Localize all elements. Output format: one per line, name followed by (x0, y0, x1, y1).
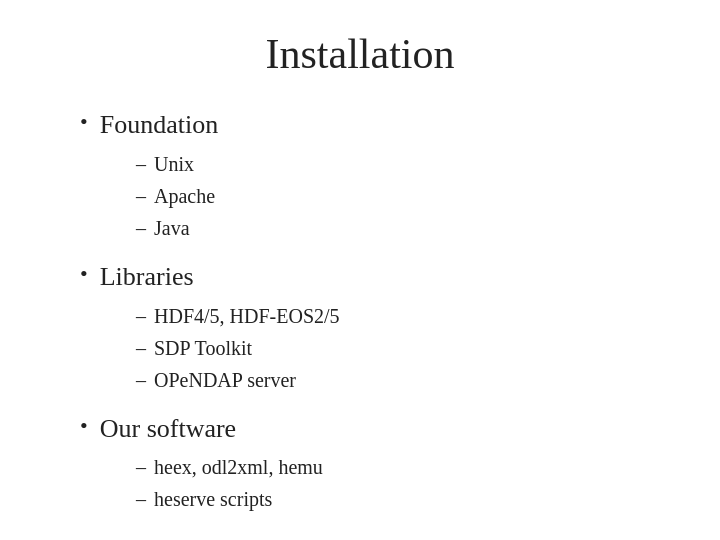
dash-icon: – (136, 300, 146, 332)
bullet-label-our-software: Our software (100, 412, 236, 446)
dash-icon: – (136, 180, 146, 212)
dash-icon: – (136, 483, 146, 515)
sub-item-label: Java (154, 212, 190, 244)
list-item: – Unix (136, 148, 660, 180)
section-our-software: • Our software – heex, odl2xml, hemu – h… (80, 412, 660, 516)
dash-icon: – (136, 451, 146, 483)
slide-title: Installation (60, 30, 660, 78)
bullet-label-foundation: Foundation (100, 108, 218, 142)
sub-item-label: HDF4/5, HDF-EOS2/5 (154, 300, 340, 332)
bullet-label-libraries: Libraries (100, 260, 194, 294)
dash-icon: – (136, 364, 146, 396)
bullet-dot-libraries: • (80, 260, 88, 289)
list-item: – SDP Toolkit (136, 332, 660, 364)
section-foundation: • Foundation – Unix – Apache – Java (80, 108, 660, 244)
section-libraries: • Libraries – HDF4/5, HDF-EOS2/5 – SDP T… (80, 260, 660, 396)
sub-item-label: SDP Toolkit (154, 332, 252, 364)
sub-item-label: Unix (154, 148, 194, 180)
list-item: – Java (136, 212, 660, 244)
sub-item-label: heserve scripts (154, 483, 272, 515)
slide: Installation • Foundation – Unix – Apach… (0, 0, 720, 540)
sub-list-foundation: – Unix – Apache – Java (80, 148, 660, 244)
bullet-dot-foundation: • (80, 108, 88, 137)
bullet-dot-our-software: • (80, 412, 88, 441)
dash-icon: – (136, 332, 146, 364)
bullet-libraries: • Libraries (80, 260, 660, 294)
sub-item-label: OPeNDAP server (154, 364, 296, 396)
sub-list-libraries: – HDF4/5, HDF-EOS2/5 – SDP Toolkit – OPe… (80, 300, 660, 396)
sub-item-label: Apache (154, 180, 215, 212)
list-item: – heserve scripts (136, 483, 660, 515)
sub-item-label: heex, odl2xml, hemu (154, 451, 323, 483)
dash-icon: – (136, 148, 146, 180)
list-item: – heex, odl2xml, hemu (136, 451, 660, 483)
bullet-our-software: • Our software (80, 412, 660, 446)
content-area: • Foundation – Unix – Apache – Java (60, 108, 660, 531)
list-item: – HDF4/5, HDF-EOS2/5 (136, 300, 660, 332)
list-item: – OPeNDAP server (136, 364, 660, 396)
dash-icon: – (136, 212, 146, 244)
list-item: – Apache (136, 180, 660, 212)
sub-list-our-software: – heex, odl2xml, hemu – heserve scripts (80, 451, 660, 515)
bullet-foundation: • Foundation (80, 108, 660, 142)
